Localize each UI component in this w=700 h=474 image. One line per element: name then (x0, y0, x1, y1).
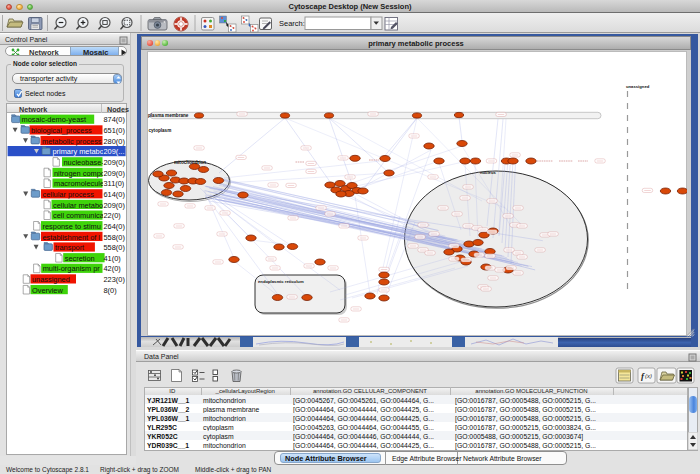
svg-text:223(0): 223(0) (104, 275, 125, 284)
svg-text:unassigned: unassigned (626, 84, 650, 89)
svg-text:614(0): 614(0) (104, 190, 125, 199)
svg-text:264(0): 264(0) (104, 222, 125, 231)
svg-text:Search:: Search: (279, 19, 305, 28)
svg-text:unassigned: unassigned (32, 275, 70, 284)
svg-text:874(0): 874(0) (104, 115, 125, 124)
svg-text:42(0): 42(0) (104, 264, 121, 273)
svg-text:209(0): 209(0) (104, 169, 125, 178)
svg-text:280(0): 280(0) (104, 137, 125, 146)
svg-text:plasma membrane: plasma membrane (148, 113, 189, 118)
svg-text:endoplasmic reticulum: endoplasmic reticulum (258, 279, 304, 284)
svg-text:response to stimu: response to stimu (43, 222, 101, 231)
svg-text:macromolecule: macromolecule (54, 179, 104, 188)
svg-text:establishment of l: establishment of l (43, 233, 101, 242)
svg-text:Overview: Overview (32, 286, 63, 295)
svg-text:primary metabo: primary metabo (53, 147, 104, 156)
svg-text:mosaic-demo-yeast: mosaic-demo-yeast (22, 115, 86, 124)
svg-text:651(0): 651(0) (104, 126, 125, 135)
svg-text:558(0): 558(0) (104, 243, 125, 252)
svg-text:209(0): 209(0) (104, 201, 125, 210)
svg-text:209(0): 209(0) (104, 158, 125, 167)
svg-text:(x): (x) (645, 373, 652, 379)
svg-text:secretion: secretion (65, 254, 95, 263)
svg-text:558(0): 558(0) (104, 233, 125, 242)
svg-text:cell communicat: cell communicat (53, 211, 106, 220)
svg-text:8(0): 8(0) (104, 286, 117, 295)
svg-text:nitrogen compo: nitrogen compo (54, 169, 105, 178)
svg-text:22(0): 22(0) (104, 211, 121, 220)
svg-text:multi-organism pr: multi-organism pr (43, 264, 101, 273)
svg-text:209(...: 209(... (104, 147, 125, 156)
svg-text:transport: transport (55, 243, 84, 252)
svg-text:cellular process: cellular process (43, 190, 95, 199)
svg-text:cellular metabo: cellular metabo (53, 201, 103, 210)
svg-text:nucleus: nucleus (480, 170, 496, 175)
svg-text:biological_process: biological_process (31, 126, 92, 135)
svg-text:cytoplasm: cytoplasm (149, 128, 172, 133)
svg-text:mitochondrion: mitochondrion (174, 160, 206, 165)
svg-text:metabolic process: metabolic process (42, 137, 102, 146)
svg-text:41(0): 41(0) (104, 254, 121, 263)
svg-text:311(0): 311(0) (104, 179, 125, 188)
svg-text:nucleobase-: nucleobase- (64, 158, 105, 167)
